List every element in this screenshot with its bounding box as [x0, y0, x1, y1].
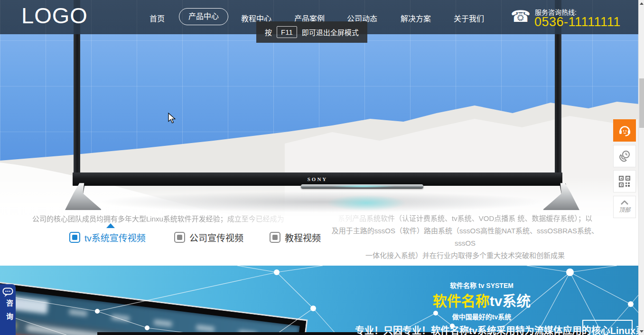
intro-paragraph-line3: 一体化接入系统）并在行业内取得多个重大技术突破和创新成果	[328, 249, 602, 262]
page-scrollbar[interactable]	[638, 0, 644, 335]
scrollbar-down-arrow[interactable]	[640, 330, 644, 333]
speech-bubble-icon	[2, 287, 13, 297]
phone-contact-button[interactable]	[613, 145, 636, 167]
tab-label: tv系统宣传视频	[84, 231, 146, 244]
promo-section: 专业！只因专业！软件名称tv系统采用特为流媒体应用的核心Linux系 软件名称 …	[0, 266, 644, 335]
active-tab-pointer	[106, 223, 115, 228]
scrollbar-up-arrow[interactable]	[640, 2, 644, 5]
tab-tv-promo-video[interactable]: tv系统宣传视频	[69, 231, 146, 244]
tab-company-video[interactable]: 公司宣传视频	[174, 231, 243, 244]
promo-title: 软件名称tv系统	[408, 289, 555, 310]
intro-paragraph: 系列产品系统软件（认证计费系统、tv系统、VOD点播系 统、数据缓存系统）；以 …	[328, 212, 602, 262]
chevron-up-icon	[621, 201, 628, 205]
nav-item-about[interactable]: 关于我们	[454, 12, 484, 24]
nav-item-products-active[interactable]: 产品中心	[179, 8, 228, 25]
checkbox-icon	[270, 232, 280, 243]
headset-icon	[618, 124, 631, 137]
f11-key-badge: F11	[277, 26, 297, 38]
promo-subtitle: 做中国最好的tv系统	[408, 312, 555, 321]
tab-label: 教程视频	[285, 231, 321, 244]
intro-paragraph-line2: 及用于主路的sssOS（软件）路由系统（sssOS高性能NAT系统、sssOSB…	[328, 225, 602, 249]
qrcode-button[interactable]	[613, 170, 636, 192]
tv-soundbar-highlight	[332, 185, 394, 188]
tab-tutorial-video[interactable]: 教程视频	[270, 231, 321, 244]
tv-brand-logo: SONY	[73, 176, 562, 182]
qrcode-icon	[619, 176, 630, 187]
promo-eyebrow: 软件名称 tv SYSTEM	[408, 280, 555, 290]
chat-widget[interactable]: 咨询客服	[0, 284, 16, 335]
back-to-top-button[interactable]: 顶部	[613, 196, 636, 218]
nav-item-solutions[interactable]: 解决方案	[401, 12, 431, 24]
toast-prefix: 按	[265, 27, 272, 37]
toast-suffix: 即可退出全屏模式	[302, 27, 359, 37]
telephone-icon: ☎	[511, 8, 531, 24]
customer-service-button[interactable]	[613, 119, 636, 142]
hotline-number: 0536-11111111	[534, 15, 621, 29]
page: SONY LOGO 首页 产品中心 教程中心 产品案例 公司动态 解决方案 关于…	[0, 0, 644, 335]
scrollbar-thumb[interactable]	[639, 78, 644, 128]
nav-item-home[interactable]: 首页	[149, 12, 165, 24]
checkbox-icon	[174, 232, 185, 243]
site-logo[interactable]: LOGO	[21, 2, 88, 29]
mouse-cursor	[168, 113, 176, 124]
intro-paragraph-line1: 系列产品系统软件（认证计费系统、tv系统、VOD点播系 统、数据缓存系统）；以	[328, 212, 602, 225]
phone-clock-icon	[618, 150, 631, 163]
fullscreen-exit-toast: 按 F11 即可退出全屏模式	[256, 21, 367, 43]
intro-text-left: 公司的核心团队成员均拥有多年大型Linxu系统软件开发经验；成立至今已经成为	[32, 213, 317, 223]
promo-outline-button[interactable]	[582, 320, 633, 335]
tv-ground-shadow	[90, 191, 555, 213]
promo-title-highlight: 软件名称	[433, 293, 490, 309]
tv-cyan-glow	[327, 195, 406, 211]
tv-stand-left	[65, 182, 101, 210]
back-to-top-label: 顶部	[619, 205, 630, 214]
tab-label: 公司宣传视频	[189, 231, 243, 244]
promo-title-rest: tv系统	[490, 293, 531, 309]
tv-stand-right	[543, 182, 579, 210]
checkbox-icon	[69, 232, 80, 243]
chat-widget-label: 咨询客服	[4, 299, 16, 335]
